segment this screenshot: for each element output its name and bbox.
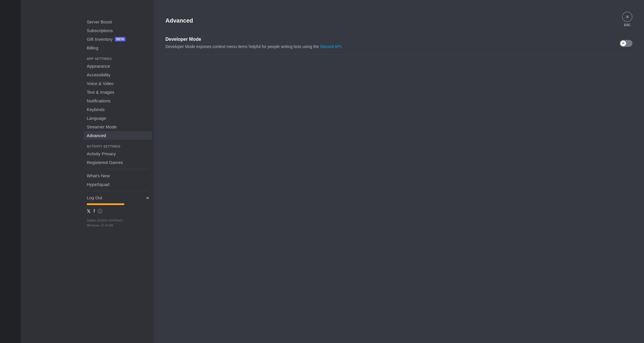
sidebar-item-label: Registered Games	[87, 160, 123, 165]
developer-mode-row: Developer Mode Developer Mode exposes co…	[165, 32, 632, 55]
sidebar-item-label: Keybinds	[87, 107, 105, 112]
sidebar-item-notifications[interactable]: Notifications	[84, 97, 152, 105]
sidebar-item-hypesquad[interactable]: HypeSquad	[84, 180, 152, 189]
sidebar-item-logout[interactable]: Log Out ➜	[84, 193, 152, 202]
developer-mode-label: Developer Mode	[165, 37, 342, 42]
sidebar-item-streamer-mode[interactable]: Streamer Mode	[84, 123, 152, 131]
logout-label: Log Out	[87, 195, 102, 200]
logout-arrow-icon: ➜	[146, 196, 149, 200]
toggle-x-icon: ✕	[622, 41, 625, 45]
sidebar-item-label: Accessibility	[87, 72, 110, 77]
sidebar-item-label: Voice & Video	[87, 81, 114, 86]
developer-mode-text: Developer Mode Developer Mode exposes co…	[165, 37, 342, 50]
sidebar-item-label: Language	[87, 116, 106, 121]
toggle-thumb: ✕	[620, 40, 626, 46]
discord-api-link[interactable]: Discord API	[320, 44, 341, 49]
progress-bar	[87, 203, 124, 205]
server-sidebar	[0, 0, 21, 343]
sidebar-item-label: Billing	[87, 45, 98, 50]
sidebar-item-language[interactable]: Language	[84, 114, 152, 122]
facebook-icon[interactable]: f	[93, 209, 95, 215]
social-icons-row: 𝕏 f ⓘ	[84, 206, 152, 217]
sidebar-item-activity-privacy[interactable]: Activity Privacy	[84, 150, 152, 158]
page-title: Advanced	[165, 17, 632, 24]
sidebar-item-label: Server Boost	[87, 19, 112, 24]
description-plain: Developer Mode exposes context menu item…	[165, 44, 320, 49]
sidebar-item-label: Streamer Mode	[87, 124, 117, 129]
sidebar-item-advanced[interactable]: Advanced	[84, 131, 152, 140]
sidebar-item-label: Notifications	[87, 98, 110, 103]
twitter-icon[interactable]: 𝕏	[87, 209, 91, 215]
close-button-area[interactable]: ✕ ESC	[622, 12, 632, 27]
sidebar-item-label: Activity Privacy	[87, 151, 116, 156]
section-label-app-settings: APP SETTINGS	[84, 52, 152, 62]
sidebar-divider	[87, 169, 149, 169]
sidebar-item-appearance[interactable]: Appearance	[84, 62, 152, 70]
beta-badge: BETA	[115, 37, 125, 41]
sidebar-item-label: Appearance	[87, 64, 110, 69]
developer-mode-description: Developer Mode exposes context menu item…	[165, 44, 342, 50]
settings-sidebar: Server Boost Subscriptions Gift Inventor…	[21, 0, 154, 343]
sidebar-item-text-images[interactable]: Text & Images	[84, 88, 152, 96]
settings-sidebar-inner: Server Boost Subscriptions Gift Inventor…	[84, 0, 152, 343]
close-button[interactable]: ✕	[622, 12, 632, 22]
version-stable: Stable 161004 (24449a1)	[87, 218, 149, 223]
sidebar-item-registered-games[interactable]: Registered Games	[84, 158, 152, 167]
description-end: .	[341, 44, 342, 49]
sidebar-item-server-boost[interactable]: Server Boost	[84, 18, 152, 26]
sidebar-item-subscriptions[interactable]: Subscriptions	[84, 26, 152, 35]
sidebar-item-billing[interactable]: Billing	[84, 44, 152, 52]
instagram-icon[interactable]: ⓘ	[98, 209, 102, 215]
version-os: Windows 10 64-Bit	[87, 223, 149, 228]
sidebar-item-label: Advanced	[87, 133, 106, 138]
settings-main: Advanced Developer Mode Developer Mode e…	[154, 0, 644, 343]
close-esc-label: ESC	[624, 23, 631, 27]
developer-mode-toggle[interactable]: ✕	[620, 40, 632, 47]
sidebar-divider-2	[87, 191, 149, 191]
sidebar-item-label: Text & Images	[87, 90, 114, 95]
toggle-track[interactable]: ✕	[620, 40, 632, 47]
sidebar-item-whats-new[interactable]: What's New	[84, 172, 152, 180]
progress-bar-container	[84, 202, 152, 206]
section-label-activity-settings: ACTIVITY SETTINGS	[84, 140, 152, 149]
sidebar-item-label: What's New	[87, 173, 110, 178]
sidebar-item-voice-video[interactable]: Voice & Video	[84, 79, 152, 88]
advanced-settings-section: Developer Mode Developer Mode exposes co…	[165, 32, 632, 55]
sidebar-item-label: Subscriptions	[87, 28, 113, 33]
version-info: Stable 161004 (24449a1) Windows 10 64-Bi…	[84, 217, 152, 229]
sidebar-item-gift-inventory[interactable]: Gift Inventory BETA	[84, 35, 152, 43]
sidebar-item-accessibility[interactable]: Accessibility	[84, 71, 152, 79]
sidebar-item-label: Gift Inventory	[87, 37, 112, 42]
sidebar-item-keybinds[interactable]: Keybinds	[84, 105, 152, 114]
sidebar-item-label: HypeSquad	[87, 182, 109, 187]
close-icon: ✕	[625, 14, 629, 20]
